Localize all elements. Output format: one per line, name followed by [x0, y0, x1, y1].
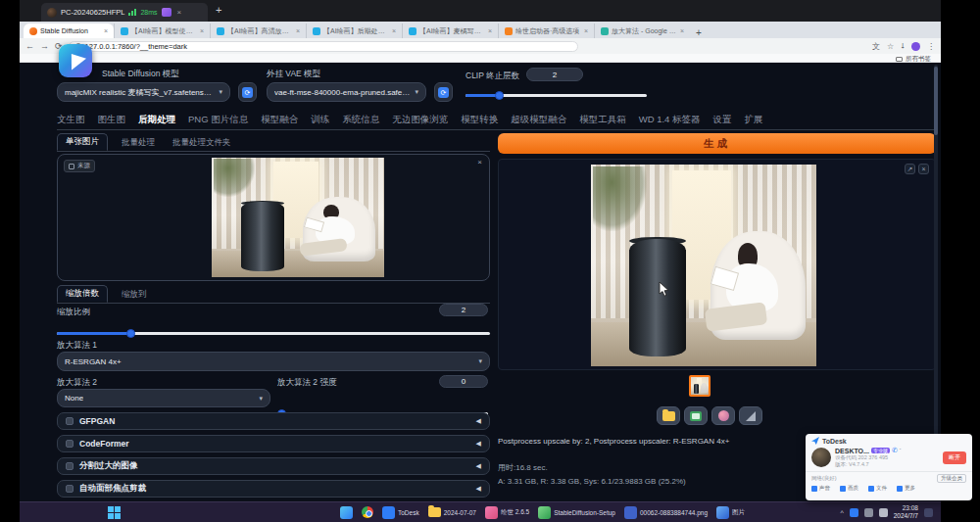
taskbar-png-file[interactable]: 00062-0883884744.png: [624, 506, 708, 519]
more-options[interactable]: 更多: [897, 485, 915, 492]
menu-icon[interactable]: ⋮: [927, 42, 935, 51]
tab-model-toolkit[interactable]: 模型工具箱: [579, 114, 626, 126]
notification-icon[interactable]: [924, 508, 933, 517]
slider-handle[interactable]: [126, 329, 135, 338]
tray-clock[interactable]: 23:08 2024/7/7: [894, 504, 918, 520]
tray-todesk-icon[interactable]: [850, 508, 858, 517]
tab-extras[interactable]: 后期处理: [138, 114, 175, 126]
tab-super-merger[interactable]: 超级模型融合: [511, 114, 566, 126]
tab-png-info[interactable]: PNG 图片信息: [188, 114, 248, 126]
tab-close-icon[interactable]: ×: [296, 27, 300, 34]
taskbar-photos[interactable]: 图片: [716, 506, 745, 519]
browser-tab[interactable]: 【AI绘画】模型使用教程_哔哩哔哩×: [114, 24, 210, 38]
disconnect-button[interactable]: 断开: [943, 451, 966, 464]
all-bookmarks-button[interactable]: 所有书签: [896, 55, 931, 64]
tab-close-icon[interactable]: ×: [488, 27, 492, 34]
close-result-icon[interactable]: ×: [918, 164, 929, 174]
vae-select[interactable]: vae-ft-mse-840000-ema-pruned.safetensors…: [267, 82, 426, 102]
taskbar-chrome[interactable]: [362, 506, 373, 518]
taskbar-setup[interactable]: StableDiffusion-Setup: [538, 506, 615, 519]
browser-tab[interactable]: 放大算法 - Google 搜索×: [594, 24, 690, 38]
checkbox[interactable]: [66, 485, 74, 493]
translate-icon[interactable]: 文: [872, 41, 880, 52]
result-image[interactable]: [591, 165, 816, 366]
clear-source-image-button[interactable]: ×: [477, 158, 482, 166]
clip-skip-slider[interactable]: [466, 91, 647, 100]
tab-scale-to[interactable]: 缩放到: [118, 287, 151, 303]
save-image-button[interactable]: [684, 406, 708, 425]
tab-scale-by[interactable]: 缩放倍数: [57, 285, 108, 303]
upscaler1-select[interactable]: R-ESRGAN 4x+▾: [57, 352, 490, 371]
slider-handle[interactable]: [495, 91, 504, 100]
browser-tab[interactable]: 【AI绘画】高清放大算法对比_哔哩哔哩×: [210, 24, 306, 38]
browser-tab[interactable]: 【AI绘画】麦橘写实V7模型_哔哩哔哩×: [402, 24, 498, 38]
subtab-batch-process[interactable]: 批量处理: [118, 135, 159, 151]
tray-expand-icon[interactable]: ^: [840, 509, 843, 516]
tab-close-icon[interactable]: ×: [392, 27, 396, 34]
browser-tab[interactable]: 【AI绘画】后期处理教程_哔哩哔哩×: [306, 24, 402, 38]
send-to-extras-button[interactable]: [739, 406, 762, 425]
accordion-gfpgan[interactable]: GFPGAN◀: [57, 412, 490, 430]
todesk-session-tab[interactable]: PC-20240625HFPL 28ms ×: [41, 3, 208, 22]
bookmark-star-icon[interactable]: ☆: [887, 42, 894, 51]
tab-extensions[interactable]: 扩展: [745, 114, 763, 126]
accordion-codeformer[interactable]: CodeFormer◀: [57, 435, 490, 452]
profile-avatar[interactable]: [911, 42, 920, 51]
new-session-button[interactable]: +: [216, 4, 221, 16]
refresh-model-button[interactable]: ⟳: [238, 82, 257, 102]
tab-close-icon[interactable]: ×: [200, 27, 204, 34]
address-bar[interactable]: 127.0.0.1:7860/?__theme=dark: [69, 41, 578, 52]
tab-settings[interactable]: 设置: [713, 114, 732, 126]
result-thumbnail[interactable]: [689, 375, 710, 397]
tab-close-icon[interactable]: ×: [584, 27, 588, 34]
tab-img2img[interactable]: 图生图: [98, 114, 126, 126]
tab-train[interactable]: 训练: [311, 114, 329, 126]
back-icon[interactable]: ←: [25, 41, 34, 51]
tray-volume-icon[interactable]: [864, 508, 873, 517]
taskbar-folder[interactable]: 2024-07-07: [428, 507, 476, 517]
chevron-down-icon[interactable]: ˇ: [900, 448, 902, 453]
tab-close-icon[interactable]: ×: [680, 27, 684, 34]
quality-toggle[interactable]: 画质: [840, 485, 858, 492]
upgrade-button[interactable]: 升级会员: [937, 474, 966, 483]
checkbox[interactable]: [66, 417, 74, 425]
scale-ratio-value[interactable]: 2: [439, 304, 488, 316]
tab-close-icon[interactable]: ×: [104, 27, 108, 34]
tab-image-browser[interactable]: 无边图像浏览: [392, 114, 448, 126]
browser-tab-active[interactable]: Stable Diffusion ×: [24, 24, 114, 38]
subtab-single-image[interactable]: 单张图片: [57, 133, 108, 151]
refresh-vae-button[interactable]: ⟳: [434, 82, 453, 102]
taskbar-launcher[interactable]: 绘世 2.6.5: [485, 506, 529, 519]
send-to-img2img-button[interactable]: [711, 406, 735, 425]
task-view-button[interactable]: [340, 506, 353, 519]
taskbar-todesk[interactable]: ToDesk: [382, 506, 419, 519]
tray-network-icon[interactable]: [879, 508, 888, 517]
call-icon[interactable]: ✆: [892, 447, 898, 454]
tab-checkpoint-merger[interactable]: 模型融合: [261, 114, 298, 126]
tab-wd14-tagger[interactable]: WD 1.4 标签器: [639, 114, 701, 126]
generate-button[interactable]: 生成: [498, 133, 936, 154]
source-image-dropzone[interactable]: 来源 ×: [57, 154, 490, 281]
accordion-auto-face-crop[interactable]: 自动面部焦点剪裁◀: [57, 480, 490, 498]
clip-skip-value[interactable]: 2: [526, 68, 583, 81]
checkbox[interactable]: [66, 462, 74, 470]
upscaler2-strength-value[interactable]: 0: [439, 375, 488, 388]
scrollbar-thumb[interactable]: [934, 67, 938, 135]
scale-ratio-slider[interactable]: [57, 329, 490, 338]
sound-toggle[interactable]: 声音: [811, 485, 830, 492]
download-icon[interactable]: ⭣: [901, 41, 905, 51]
tab-model-converter[interactable]: 模型转换: [461, 114, 498, 126]
open-folder-button[interactable]: [657, 406, 680, 425]
new-tab-button[interactable]: +: [696, 27, 702, 38]
forward-icon[interactable]: →: [40, 41, 49, 51]
accordion-split-oversize[interactable]: 分割过大的图像◀: [57, 457, 490, 475]
file-transfer-toggle[interactable]: 文件: [868, 485, 887, 492]
fullscreen-icon[interactable]: ↗: [905, 164, 915, 174]
upscaler2-select[interactable]: None▾: [57, 389, 270, 407]
browser-tab[interactable]: 绘世启动器·高级选项×: [498, 24, 594, 38]
start-button[interactable]: [108, 506, 121, 519]
model-select[interactable]: majicMIX realistic 麦橘写实_v7.safetensors […: [57, 82, 230, 102]
huishi-launcher-logo[interactable]: [59, 44, 92, 77]
session-close-button[interactable]: ×: [177, 8, 182, 17]
tab-txt2img[interactable]: 文生图: [57, 114, 85, 126]
